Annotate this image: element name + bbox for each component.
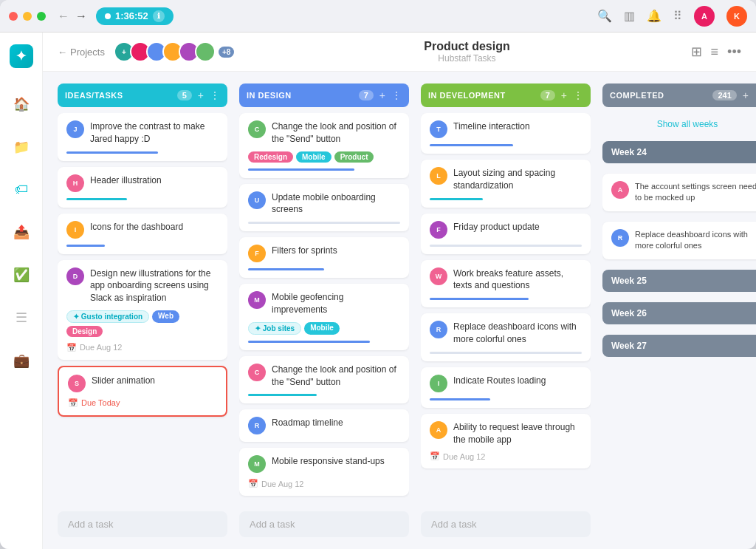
app-logo[interactable]: ✦ [10, 44, 33, 68]
list-view-icon[interactable]: ≡ [711, 44, 719, 60]
card-work-breaks[interactable]: W Work breaks feature assets, texts and … [421, 260, 591, 308]
sidebar-list-icon[interactable]: ☰ [11, 305, 32, 330]
user-avatar-k[interactable]: K [726, 6, 747, 27]
card-progress-bar [248, 168, 354, 171]
kanban-board: IDEAS/TASKS 5 + ⋮ J Improve the contras [43, 72, 756, 549]
page-subtitle: Hubstaff Tasks [243, 53, 690, 64]
column-actions-indesign: + ⋮ [379, 89, 402, 101]
card-avatar: D [66, 267, 84, 285]
card-icons-dashboard[interactable]: I Icons for the dashboard [58, 214, 227, 254]
card-tags: ✦ Job sites Mobile [248, 322, 400, 335]
week-27-label: Week 27 [611, 341, 647, 351]
card-send-button-2[interactable]: C Change the look and position of the "S… [239, 356, 409, 404]
card-avatar: U [248, 191, 266, 209]
week-26-row[interactable]: Week 26 ▾ [602, 302, 756, 324]
card-progress-bar [430, 198, 483, 200]
card-design-illustrations[interactable]: D Design new illustrations for the app o… [58, 260, 227, 360]
card-slider-animation[interactable]: S Slider animation 📅 Due Today [58, 366, 227, 417]
columns-icon[interactable]: ▥ [624, 9, 635, 23]
card-avatar: A [611, 181, 629, 199]
card-progress-bar [66, 198, 127, 200]
sidebar-tag-icon[interactable]: 🏷 [10, 177, 32, 202]
card-title: Replace deashboard icons with more color… [453, 321, 582, 346]
card-title: Layout sizing and spacing standardizatio… [453, 167, 582, 192]
card-header-illustration[interactable]: H Header illustration [58, 167, 227, 208]
card-replace-icons[interactable]: R Replace deashboard icons with more col… [421, 313, 591, 361]
card-avatar: M [248, 455, 266, 473]
week-card-dashboard-icons[interactable]: R Replace deashboard icons with more col… [602, 222, 756, 259]
board-view-icon[interactable]: ⊞ [691, 44, 702, 60]
week-24-row[interactable]: Week 24 ▾ [602, 141, 756, 163]
card-progress-bar [430, 298, 529, 300]
show-all-weeks[interactable]: Show all weeks [602, 113, 756, 135]
column-menu-icon[interactable]: ⋮ [573, 89, 583, 101]
week-25-row[interactable]: Week 25 ▾ [602, 270, 756, 292]
card-timeline[interactable]: T Timeline interaction [421, 113, 591, 154]
tag-mobile: Mobile [296, 151, 331, 163]
add-card-icon[interactable]: + [379, 89, 385, 101]
card-geofencing[interactable]: M Mobile geofencing imprevements ✦ Job s… [239, 284, 409, 350]
card-avatar: I [430, 375, 447, 392]
card-avatar: L [430, 167, 447, 185]
maximize-button[interactable] [37, 12, 46, 21]
tag-web: Web [152, 310, 179, 323]
column-title-ideas: IDEAS/TASKS [65, 91, 173, 100]
card-improve-contrast[interactable]: J Improve the contrast to make Jared hap… [58, 113, 227, 161]
sidebar-folder-icon[interactable]: 📁 [9, 134, 34, 160]
close-button[interactable] [9, 12, 18, 21]
card-friday-update[interactable]: F Friday product update [421, 214, 591, 254]
card-responsive-standups[interactable]: M Mobile responsive stand-ups 📅 Due Aug … [239, 448, 409, 496]
week-card-account-settings[interactable]: A The account settings screen needs to b… [602, 174, 756, 211]
card-indicate-routes[interactable]: I Indicate Routes loading [421, 367, 591, 408]
card-filters-sprints[interactable]: F Filters for sprints [239, 237, 409, 278]
due-date-label: Due Aug 12 [80, 343, 123, 352]
team-member-avatar-5[interactable] [195, 41, 216, 62]
user-avatar[interactable]: A [694, 6, 715, 27]
more-options-icon[interactable]: ••• [727, 44, 741, 60]
titlebar: ← → 1:36:52 ℹ 🔍 ▥ 🔔 ⠿ A K [0, 0, 756, 33]
card-request-leave[interactable]: A Ability to request leave through the m… [421, 414, 591, 469]
timer-pill[interactable]: 1:36:52 ℹ [96, 7, 173, 25]
back-to-projects[interactable]: ← Projects [58, 47, 105, 58]
card-progress-bar [248, 341, 370, 343]
back-arrow-icon: ← [58, 47, 67, 58]
forward-arrow[interactable]: → [75, 10, 87, 23]
minimize-button[interactable] [23, 12, 32, 21]
week-27-row[interactable]: Week 27 ▾ [602, 335, 756, 357]
card-tags: ✦ Gusto integration Web Design [66, 310, 219, 337]
sidebar-check-icon[interactable]: ✅ [9, 262, 34, 287]
column-header-indevelopment: IN DEVELOPMENT 7 + ⋮ [421, 83, 591, 107]
card-title: Update mobile onboarding screens [272, 191, 400, 216]
column-menu-icon[interactable]: ⋮ [210, 89, 220, 101]
card-roadmap[interactable]: R Roadmap timeline [239, 409, 409, 442]
bell-icon[interactable]: 🔔 [647, 9, 662, 23]
grid-icon[interactable]: ⠿ [673, 9, 682, 23]
sidebar-home-icon[interactable]: 🏠 [9, 92, 34, 117]
card-mobile-onboarding[interactable]: U Update mobile onboarding screens [239, 184, 409, 232]
column-actions-completed: + ⋮ [743, 89, 756, 101]
sidebar-work-icon[interactable]: 💼 [9, 348, 34, 373]
tag-jobsites: ✦ Job sites [248, 322, 301, 335]
add-card-icon[interactable]: + [198, 89, 204, 101]
add-task-indevelopment[interactable]: Add a task [421, 511, 591, 537]
add-card-icon[interactable]: + [743, 89, 749, 101]
card-layout-sizing[interactable]: L Layout sizing and spacing standardizat… [421, 160, 591, 208]
titlebar-right: 🔍 ▥ 🔔 ⠿ A K [597, 6, 747, 27]
card-avatar: H [66, 174, 84, 192]
column-title-completed: COMPLETED [610, 91, 708, 100]
add-task-ideas[interactable]: Add a task [58, 511, 227, 537]
card-avatar: C [248, 364, 266, 381]
back-arrow[interactable]: ← [58, 10, 69, 23]
topbar-actions: ⊞ ≡ ••• [691, 44, 741, 60]
due-date: 📅 Due Aug 12 [430, 451, 582, 461]
card-title: Icons for the dashboard [90, 221, 183, 233]
card-avatar: J [66, 120, 84, 138]
add-task-indesign[interactable]: Add a task [239, 511, 409, 537]
card-send-button[interactable]: C Change the look and position of the "S… [239, 113, 409, 178]
add-card-icon[interactable]: + [561, 89, 567, 101]
sidebar-upload-icon[interactable]: 📤 [9, 219, 34, 245]
search-icon[interactable]: 🔍 [597, 9, 612, 23]
card-avatar: W [430, 267, 447, 285]
column-menu-icon[interactable]: ⋮ [391, 89, 402, 101]
tag-gusto: ✦ Gusto integration [66, 310, 149, 323]
